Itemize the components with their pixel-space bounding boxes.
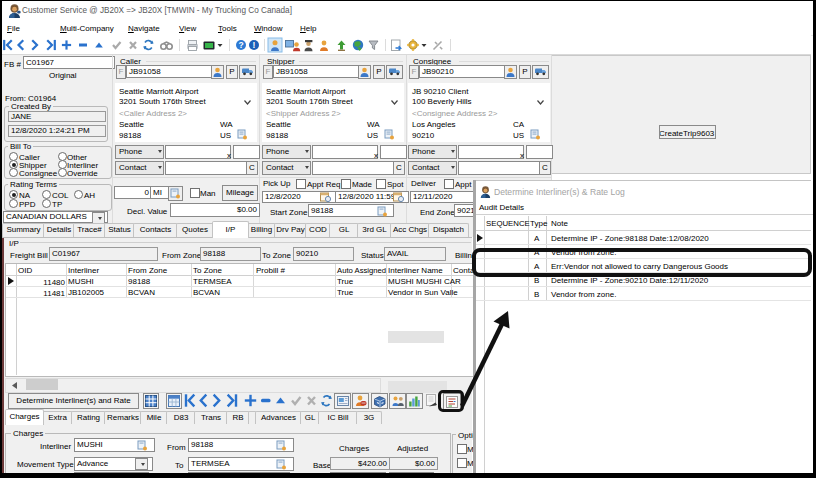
svg-text:!: ! [253, 40, 256, 50]
svg-text:?: ? [238, 40, 243, 50]
